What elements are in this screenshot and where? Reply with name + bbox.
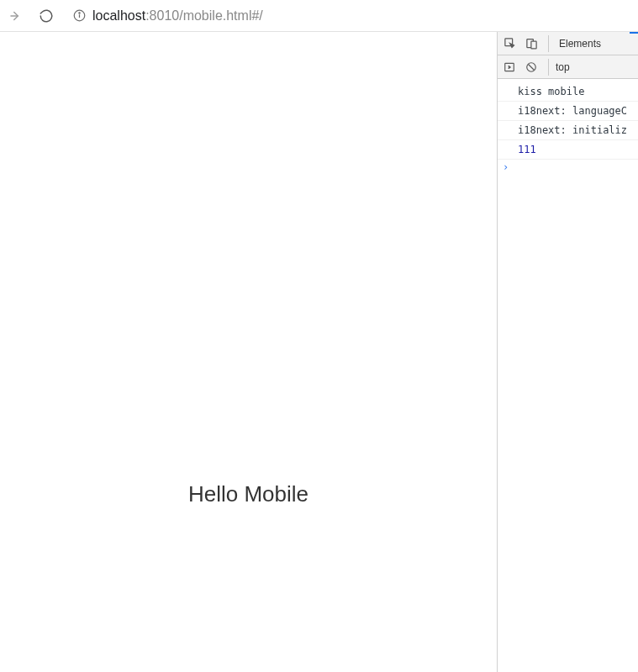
active-tab-indicator: [630, 32, 638, 34]
reload-icon[interactable]: [39, 8, 54, 24]
devtools-tabbar: Elements: [498, 32, 638, 55]
browser-body: Hello Mobile Elements: [0, 32, 638, 672]
address-bar[interactable]: localhost:8010/mobile.html#/: [67, 4, 630, 28]
console-sidebar-toggle-icon[interactable]: [503, 60, 516, 74]
console-output: kiss mobile i18next: languageC i18next: …: [498, 79, 638, 672]
browser-toolbar: localhost:8010/mobile.html#/: [0, 0, 638, 32]
console-log-line: kiss mobile: [498, 82, 638, 102]
execution-context-selector[interactable]: top: [556, 61, 570, 73]
console-log-line: i18next: languageC: [498, 102, 638, 121]
tab-elements[interactable]: Elements: [559, 38, 601, 50]
forward-icon[interactable]: [8, 8, 24, 24]
page-title: Hello Mobile: [0, 481, 497, 507]
console-prompt[interactable]: ›: [498, 160, 638, 175]
chevron-right-icon: ›: [503, 161, 509, 173]
svg-point-3: [78, 13, 79, 13]
svg-rect-6: [530, 41, 535, 49]
clear-console-icon[interactable]: [525, 60, 538, 74]
site-info-icon[interactable]: [72, 9, 86, 23]
url-host: localhost: [92, 8, 145, 23]
console-log-line: 111: [498, 140, 638, 160]
page-content: Hello Mobile: [0, 32, 497, 672]
url-path: :8010/mobile.html#/: [145, 8, 263, 23]
console-log-line: i18next: initializ: [498, 121, 638, 140]
tab-separator: [548, 35, 549, 52]
console-separator: [548, 59, 549, 76]
inspect-element-icon[interactable]: [503, 37, 516, 50]
url-text: localhost:8010/mobile.html#/: [92, 8, 263, 24]
svg-line-9: [529, 64, 535, 70]
console-toolbar: top: [498, 55, 638, 79]
devtools-panel: Elements top kiss mobile i18next: lang: [497, 32, 638, 672]
toggle-device-toolbar-icon[interactable]: [525, 37, 538, 50]
